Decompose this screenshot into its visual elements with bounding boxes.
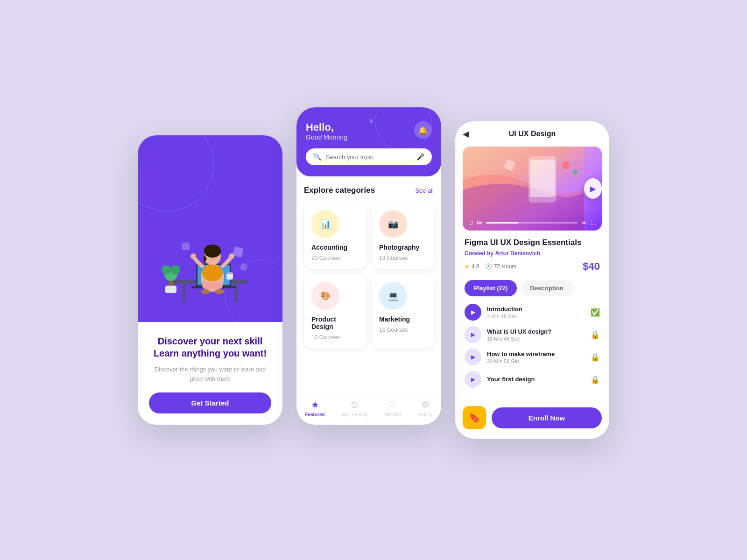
svg-point-9 [202,265,223,281]
svg-point-37 [562,161,570,169]
category-card-product-design[interactable]: 🎨 Product Design 10 Courses [304,274,366,348]
video-thumbnail [463,147,584,231]
screen-onboarding: Discover your next skill Learn anything … [138,135,282,425]
category-card-photography[interactable]: 📷 Photography 18 Courses [372,203,434,269]
playlist-name-4: Your first design [487,376,585,383]
svg-point-14 [201,289,210,294]
course-duration: 🕐 72 Hours [485,263,517,270]
playlist-info-1: Introduction 2 Min 18 Sec [487,306,585,319]
svg-point-19 [171,265,180,274]
fullscreen-icon[interactable]: ⛶ [591,219,596,226]
svg-rect-22 [182,242,190,251]
search-bar[interactable]: 🔍 🎤 [306,148,432,165]
svg-point-38 [573,170,578,175]
course-author: Created by Artur Denisovich [465,250,600,257]
svg-point-15 [215,289,224,294]
nav-setting[interactable]: ⚙ Setting [418,399,432,417]
svg-text:📊: 📊 [320,219,331,229]
category-card-marketing[interactable]: 💻 Marketing 16 Courses [372,274,434,348]
video-progress-fill [486,222,518,224]
svg-point-10 [190,253,196,259]
playlist-play-1: ▶ [465,304,481,321]
playlist-name-3: How to make wireframe [487,350,585,357]
playlist-item-4[interactable]: ▶ Your first design 🔒 [465,371,600,388]
onboarding-hero [138,135,282,322]
bookmark-button[interactable]: 🔖 [463,406,486,429]
nav-wishlist[interactable]: ♡ Wishlist [385,399,401,417]
video-progress-bar[interactable] [486,222,578,224]
screen-course-detail: ◀ UI UX Design [455,121,609,439]
playlist-status-done-1: ✅ [591,308,600,317]
svg-point-8 [204,245,221,258]
playlist-name-2: What is UI UX design? [487,328,585,335]
deco-plus-1: + [369,117,374,126]
marketing-icon: 💻 [379,282,407,310]
see-all-link[interactable]: See all [415,187,434,194]
accounting-name: Accounting [311,244,359,251]
star-icon: ★ [465,263,470,270]
svg-rect-24 [226,273,233,280]
accounting-icon: 📊 [311,210,339,238]
product-design-name: Product Design [311,315,359,330]
screen-categories: Hello, Good Morning 🔔 + + 🔍 🎤 Explore ca… [296,107,441,425]
photography-icon: 📷 [379,210,407,238]
onboarding-subtext: Discover the things you want to learn an… [149,365,271,383]
onboarding-headline: Discover your next skill Learn anything … [149,335,271,359]
accounting-count: 20 Courses [311,255,359,261]
tab-description[interactable]: Description [521,280,573,296]
playlist-status-lock-2: 🔒 [591,330,600,339]
enroll-button[interactable]: Enroll Now [492,407,602,428]
setting-icon: ⚙ [421,399,430,410]
playlist-status-lock-3: 🔒 [591,353,600,362]
bottom-nav: ★ Featured ⊙ My Learning ♡ Wishlist ⚙ Se… [296,393,441,425]
categories-body: Explore categories See all 📊 Accounting … [296,176,441,393]
search-input[interactable] [326,154,412,161]
featured-icon: ★ [311,399,319,410]
course-title: Figma UI UX Design Essentials [465,238,600,247]
svg-text:💻: 💻 [388,291,399,301]
course-meta: ★ 4.8 🕐 72 Hours $40 [465,260,600,273]
svg-rect-36 [530,160,555,197]
playlist-status-lock-4: 🔒 [591,375,600,384]
next-icon[interactable]: ⏭ [581,219,587,226]
cast-icon[interactable]: ⊡ [468,219,473,226]
category-card-accounting[interactable]: 📊 Accounting 20 Courses [304,203,366,269]
nav-featured[interactable]: ★ Featured [305,399,324,417]
svg-rect-25 [227,272,232,274]
video-player[interactable]: ▶ ⊡ ⏮ ⏭ ⛶ [463,147,602,231]
play-button[interactable]: ▶ [584,178,602,199]
course-detail-footer: 🔖 Enroll Now [455,400,609,439]
setting-label: Setting [418,412,432,417]
tab-playlist[interactable]: Playlist (22) [465,280,517,296]
header-greeting: Hello, Good Morning [306,121,347,141]
course-detail-header: ◀ UI UX Design [455,121,609,147]
course-detail-title: UI UX Design [509,130,556,138]
notification-button[interactable]: 🔔 [414,121,432,139]
svg-text:📷: 📷 [388,219,399,229]
playlist-item-2[interactable]: ▶ What is UI UX design? 18 Min 46 Sec 🔒 [465,326,600,343]
get-started-button[interactable]: Get Started [149,392,271,413]
playlist-item-3[interactable]: ▶ How to make wireframe 20 Min 58 Sec 🔒 [465,349,600,365]
marketing-count: 16 Courses [379,327,426,333]
prev-icon[interactable]: ⏮ [477,219,482,226]
course-tabs: Playlist (22) Description [465,280,600,296]
product-design-icon: 🎨 [311,282,339,310]
onboarding-content: Discover your next skill Learn anything … [138,322,282,425]
nav-my-learning[interactable]: ⊙ My Learning [342,399,367,417]
svg-rect-2 [234,284,238,302]
screens-container: Discover your next skill Learn anything … [138,121,609,439]
subgreeting-text: Good Morning [306,133,347,141]
greeting-text: Hello, [306,121,347,133]
hero-illustration [154,210,266,317]
photography-count: 18 Courses [379,255,426,261]
playlist-duration-1: 2 Min 18 Sec [487,314,585,319]
back-button[interactable]: ◀ [463,129,469,139]
playlist-item-1[interactable]: ▶ Introduction 2 Min 18 Sec ✅ [465,304,600,321]
course-rating: ★ 4.8 [465,263,479,270]
svg-point-18 [162,265,171,274]
course-price: $40 [583,260,600,273]
section-title: Explore categories [304,186,375,195]
photography-name: Photography [379,244,426,251]
svg-text:🎨: 🎨 [320,291,331,301]
my-learning-icon: ⊙ [351,399,359,410]
